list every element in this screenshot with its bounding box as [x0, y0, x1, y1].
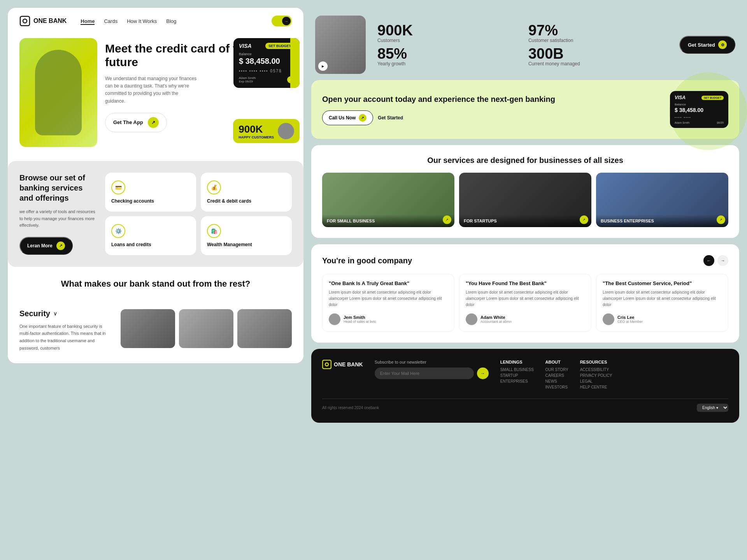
footer-logo: ONE BANK [322, 360, 363, 369]
biz-card-small-business[interactable]: FOR SMALL BUSINESS ↗ [322, 173, 454, 227]
standout-title: What makes our bank stand out from the r… [19, 278, 292, 290]
footer-link-legal[interactable]: LEGAL [580, 379, 612, 383]
learn-more-button[interactable]: Leran More ↗ [19, 237, 73, 255]
hero-image [19, 38, 97, 147]
biz-card-startup[interactable]: FOR STARTUPS ↗ [459, 173, 591, 227]
testimonial-1-text: Lorem ipsum dolor sit amet consectetur a… [329, 289, 448, 308]
footer-email-input[interactable] [375, 368, 474, 379]
service-loans-credits[interactable]: ⚙️ Loans and credits [105, 216, 196, 255]
stat-money: 300B Current money managed [528, 46, 668, 66]
testimonial-2-name: Adam White [480, 315, 512, 320]
footer-link-startup[interactable]: STARTUP [500, 373, 534, 378]
testimonial-card-3: "The Best Customer Service, Period" Lore… [596, 274, 728, 332]
footer-copyright: All rights reserved 2024 onebank [322, 406, 379, 410]
testimonial-3-text: Lorem ipsum dolor sit amet consectetur a… [603, 289, 722, 308]
play-button[interactable]: ▶ [318, 61, 328, 71]
footer-subscribe-button[interactable]: → [477, 368, 489, 379]
footer-col-resources: RESOURCES ACCESSIBILITY PRIVACY POLICY L… [580, 360, 612, 391]
learn-more-arrow-icon: ↗ [56, 242, 65, 250]
footer-link-enterprises[interactable]: ENTERPRISES [500, 379, 534, 383]
security-chevron-icon: ∨ [53, 310, 57, 317]
nav-how-it-works[interactable]: How It Works [127, 18, 157, 24]
footer-logo-icon [322, 360, 331, 369]
services-text: Browse our set of banking services and o… [19, 173, 97, 255]
get-started-button[interactable]: Get Started ⚙ [679, 36, 735, 54]
footer-link-privacy[interactable]: PRIVACY POLICY [580, 373, 612, 378]
nav-blog[interactable]: Blog [166, 18, 176, 24]
credit-debit-icon: 💰 [207, 180, 221, 194]
call-us-now-button[interactable]: Call Us Now ↗ [322, 110, 373, 125]
wealth-icon: 🛍️ [207, 224, 221, 238]
testimonial-1-name: Jem Smith [344, 315, 376, 320]
footer-language-select[interactable]: English ▾ [697, 404, 728, 412]
stat-satisfaction: 97% Customer satisfaction [528, 23, 668, 43]
footer-link-accessibility[interactable]: ACCESSIBILITY [580, 368, 612, 372]
person-silhouette [35, 50, 82, 135]
open-account-get-started[interactable]: Get Started [378, 115, 403, 121]
footer-link-help[interactable]: HELP CENTRE [580, 385, 612, 389]
footer-subscribe: Subscribe to our newsletter → [375, 360, 489, 391]
service-wealth-management[interactable]: 🛍️ Wealth Management [201, 216, 292, 255]
testimonial-3-author: Cris Lee CEO at Member [603, 313, 722, 325]
balance-label: Balance [239, 52, 294, 56]
theme-toggle[interactable]: → [272, 16, 292, 26]
biz-card-enterprise[interactable]: BUSINESS ENTERPRISES ↗ [596, 173, 728, 227]
biz-startup-label: FOR STARTUPS [464, 219, 587, 223]
security-image-1 [121, 309, 175, 348]
nav-arrows: ← → [703, 255, 728, 266]
testimonial-3-name: Cris Lee [617, 315, 643, 320]
testimonial-2-text: Lorem ipsum dolor sit amet consectetur a… [466, 289, 585, 308]
footer-link-small-business[interactable]: SMALL BUSINESS [500, 368, 534, 372]
footer-bottom: All rights reserved 2024 onebank English… [322, 399, 728, 412]
testimonial-1-avatar [329, 313, 340, 325]
stat-customers: 900K Customers [377, 23, 517, 43]
svg-point-3 [325, 363, 328, 366]
footer-links: LENDINGS SMALL BUSINESS STARTUP ENTERPRI… [500, 360, 728, 391]
logo-icon [19, 16, 30, 26]
oa-card-name: Adam Smith [675, 121, 689, 124]
card-yellow-strip [290, 38, 300, 88]
stat-money-label: Current money managed [528, 61, 668, 66]
checking-accounts-label: Checking accounts [111, 198, 154, 204]
nav-home[interactable]: Home [81, 18, 95, 25]
footer-link-news[interactable]: NEWS [545, 379, 568, 383]
nav-cards[interactable]: Cards [104, 18, 117, 24]
stats-numbers: 900K Customers 97% Customer satisfaction… [377, 23, 668, 66]
set-budget-button[interactable]: SET BUDGET [265, 43, 294, 49]
security-image-3 [237, 309, 292, 348]
happy-avatar [278, 123, 294, 139]
hero-section: Meet the credit card of the future We un… [8, 34, 303, 155]
navbar: ONE BANK Home Cards How It Works Blog → [8, 8, 303, 34]
stat-growth-label: Yearly growth [377, 61, 517, 66]
biz-small-business-arrow-icon: ↗ [443, 215, 451, 224]
footer-link-investors[interactable]: INVESTORS [545, 385, 568, 389]
footer-link-careers[interactable]: CAREERS [545, 373, 568, 378]
biz-enterprise-label: BUSINESS ENTERPRISES [601, 219, 724, 223]
testimonials-title: You're in good company [322, 256, 412, 265]
hero-person [19, 38, 97, 147]
nav-links: Home Cards How It Works Blog [81, 18, 176, 24]
stat-satisfaction-label: Customer satisfaction [528, 38, 668, 43]
testimonial-1-role: Head of sales at bvtc [344, 320, 376, 324]
security-images [121, 309, 292, 348]
testimonial-2-author: Adam White Accountant at abmn [466, 313, 585, 325]
testimonial-2-role: Accountant at abmn [480, 320, 512, 324]
security-text: Security ∨ One important feature of bank… [19, 309, 113, 352]
service-credit-debit-cards[interactable]: 💰 Credit & debit cards [201, 173, 292, 212]
svg-point-1 [23, 19, 27, 23]
get-started-arrow-icon: ⚙ [718, 40, 727, 49]
services-section: Browse our set of banking services and o… [8, 161, 303, 267]
stat-growth-value: 85% [377, 46, 517, 61]
get-app-button[interactable]: Get The App ↗ [105, 113, 167, 132]
footer-subscribe-title: Subscribe to our newsletter [375, 360, 489, 364]
next-arrow[interactable]: → [717, 255, 728, 266]
prev-arrow[interactable]: ← [703, 255, 714, 266]
open-account-text: Open your account today and experience t… [322, 94, 662, 125]
card-number: •••• •••• •••• 0578 [239, 69, 294, 73]
footer-link-our-story[interactable]: OUR STORY [545, 368, 568, 372]
main-card: ONE BANK Home Cards How It Works Blog → … [8, 8, 303, 363]
footer-col-about-title: ABOUT [545, 360, 568, 364]
open-account-title: Open your account today and experience t… [322, 94, 662, 104]
service-checking-accounts[interactable]: 💳 Checking accounts [105, 173, 196, 212]
card-widget: VISA SET BUDGET Balance $ 38,458.00 ••••… [233, 38, 300, 88]
